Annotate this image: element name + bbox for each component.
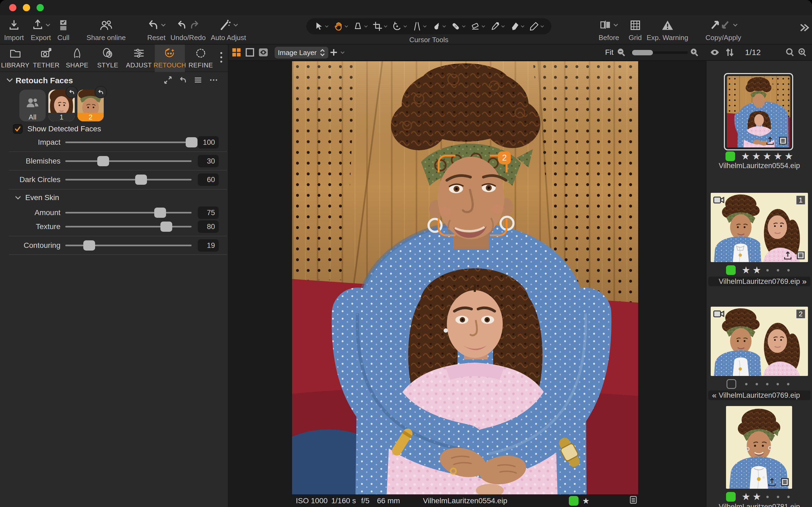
dark-circles-slider-thumb[interactable] <box>135 175 147 185</box>
erase-icon[interactable] <box>470 18 485 35</box>
tab-tether[interactable]: TETHER <box>31 45 61 72</box>
thumb-4-filename[interactable]: VilhelmLauritzen0781.eip <box>707 503 812 507</box>
exposure-warning-button[interactable]: Exp. Warning <box>647 17 688 42</box>
copy-apply-dropdown-chevron-icon[interactable] <box>733 23 738 27</box>
impact-value[interactable]: 100 <box>198 136 219 149</box>
spot-brush-icon[interactable] <box>431 18 446 35</box>
thumb-1-stars[interactable]: ★★★★★ <box>741 151 793 162</box>
overflow-back-chevron[interactable]: « <box>712 391 717 400</box>
main-photo[interactable]: 2 <box>292 61 638 495</box>
import-button[interactable]: Import <box>4 17 24 42</box>
tab-retouch[interactable]: RETOUCH <box>155 45 185 72</box>
thumbnail-4[interactable] <box>726 406 792 489</box>
thumb-1-filename[interactable]: VilhelmLauritzen0554.eip <box>707 162 812 170</box>
thumb-3-color-tag[interactable] <box>726 379 736 389</box>
reset-button[interactable]: Reset <box>147 17 166 42</box>
crop-icon[interactable] <box>372 18 388 35</box>
more-tabs-icon[interactable] <box>220 52 222 63</box>
pan-hand-icon[interactable] <box>333 18 348 35</box>
thumb-3-stars[interactable] <box>742 383 793 385</box>
zoom-slider-thumb[interactable] <box>632 50 653 55</box>
layer-selector[interactable]: Image Layer <box>274 47 328 59</box>
thumbnail-3[interactable]: 2 <box>711 307 808 376</box>
minimize-window-button[interactable] <box>23 4 30 11</box>
tab-library[interactable]: LIBRARY <box>0 45 30 72</box>
expand-tool-icon[interactable] <box>164 76 172 85</box>
face-chip-all[interactable]: All <box>19 90 46 121</box>
amount-slider-thumb[interactable] <box>154 208 166 218</box>
select-cursor-icon[interactable] <box>314 18 328 35</box>
heal-icon[interactable] <box>451 18 466 35</box>
thumb-4-stars[interactable]: ★★ <box>742 491 793 502</box>
export-button[interactable]: Export <box>31 17 51 42</box>
dark-circles-value[interactable]: 60 <box>198 173 219 186</box>
loupe-icon[interactable] <box>353 18 368 35</box>
search-icon[interactable] <box>785 48 795 57</box>
sort-order-icon[interactable] <box>725 48 734 57</box>
overflow-chevron[interactable]: » <box>802 277 807 286</box>
multi-view-icon[interactable] <box>232 48 241 57</box>
face-detection-bracket[interactable]: 2 <box>438 155 508 236</box>
single-view-icon[interactable] <box>245 48 254 57</box>
proof-view-icon[interactable] <box>258 48 268 57</box>
thumb-4-color-tag[interactable] <box>726 492 736 502</box>
color-picker-icon[interactable] <box>490 18 505 35</box>
thumb-3-filename[interactable]: « VilhelmLauritzen0769.eip <box>708 390 810 400</box>
texture-value[interactable]: 80 <box>198 220 219 233</box>
thumb-2-color-tag[interactable] <box>726 265 736 275</box>
zoom-window-button[interactable] <box>37 4 44 11</box>
share-online-button[interactable]: Share online <box>87 17 126 42</box>
blemishes-slider[interactable] <box>65 160 192 162</box>
show-detected-faces-checkbox[interactable] <box>13 124 22 134</box>
rotate-icon[interactable] <box>392 18 407 35</box>
impact-slider-thumb[interactable] <box>186 137 198 148</box>
even-skin-header[interactable]: Even Skin <box>15 193 59 203</box>
texture-slider-thumb[interactable] <box>160 222 172 232</box>
tab-adjust[interactable]: ADJUST <box>124 45 154 72</box>
tab-shape[interactable]: SHAPE <box>62 45 92 72</box>
face-2-reset-icon[interactable] <box>95 86 107 98</box>
texture-slider[interactable] <box>65 226 192 227</box>
zoom-out-icon[interactable] <box>616 48 626 57</box>
face-badge[interactable]: 2 <box>498 152 511 164</box>
copy-apply-button[interactable]: Copy/Apply <box>706 17 741 42</box>
toolbar-overflow-icon[interactable] <box>798 22 810 34</box>
thumb-2-filename[interactable]: VilhelmLauritzen0769.eip » <box>708 277 810 286</box>
blemishes-slider-thumb[interactable] <box>97 156 109 166</box>
cull-button[interactable]: Cull <box>57 17 69 42</box>
tab-refine[interactable]: REFINE <box>186 45 216 72</box>
thumb-zoom-icon[interactable] <box>798 48 807 57</box>
metadata-list-icon[interactable] <box>629 496 637 506</box>
draw-mask-icon[interactable] <box>509 18 524 35</box>
more-options-icon[interactable] <box>209 76 218 85</box>
thumb-1-color-tag[interactable] <box>725 152 735 161</box>
pen-icon[interactable] <box>529 18 544 35</box>
add-layer-icon[interactable] <box>329 48 345 57</box>
undo-redo-button[interactable]: Undo/Redo <box>170 17 206 42</box>
zoom-mode-label[interactable]: Fit <box>605 48 613 57</box>
contouring-slider[interactable] <box>65 245 192 246</box>
before-button[interactable]: Before <box>599 17 619 42</box>
thumbnail-2[interactable]: 1 <box>711 193 808 262</box>
straighten-icon[interactable] <box>412 18 427 35</box>
dark-circles-slider[interactable] <box>65 179 192 180</box>
amount-value[interactable]: 75 <box>198 207 219 219</box>
presets-menu-icon[interactable] <box>194 76 202 85</box>
export-dropdown-chevron-icon[interactable] <box>45 23 50 27</box>
contouring-value[interactable]: 19 <box>198 239 219 251</box>
redo-icon[interactable] <box>189 18 200 32</box>
auto-adjust-button[interactable]: Auto Adjust <box>211 17 246 42</box>
undo-icon[interactable] <box>176 18 187 32</box>
close-window-button[interactable] <box>9 4 16 11</box>
color-tag[interactable] <box>569 496 578 506</box>
amount-slider[interactable] <box>65 212 192 214</box>
zoom-in-icon[interactable] <box>690 48 699 57</box>
collapse-chevron-icon[interactable] <box>6 78 13 83</box>
auto-adjust-dropdown-chevron-icon[interactable] <box>233 23 238 27</box>
zoom-slider[interactable] <box>630 51 688 54</box>
thumbnail-1[interactable] <box>724 73 793 150</box>
thumb-2-stars[interactable]: ★★ <box>742 265 793 276</box>
face-1-reset-icon[interactable] <box>65 86 78 98</box>
reset-tool-icon[interactable] <box>179 76 187 85</box>
blemishes-value[interactable]: 30 <box>198 155 219 167</box>
